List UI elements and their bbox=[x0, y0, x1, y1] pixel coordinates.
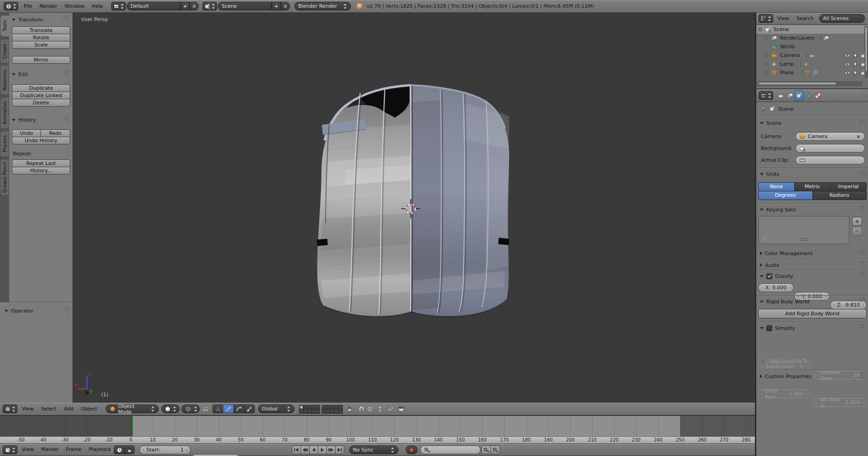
timeline-ruler[interactable]: -50-40-30-20-100102030405060708090100110… bbox=[0, 436, 755, 444]
outliner-row-camera[interactable]: Camera bbox=[756, 51, 868, 60]
keying-sets-listbox[interactable] bbox=[758, 216, 849, 244]
av-sync-select[interactable]: No Sync bbox=[349, 446, 398, 454]
layer-toggle[interactable] bbox=[338, 409, 343, 414]
panel-grip[interactable] bbox=[63, 70, 70, 77]
topbar-menu-item[interactable]: Help bbox=[88, 0, 107, 12]
add-rigid-body-world-button[interactable]: Add Rigid Body World bbox=[758, 309, 867, 318]
outliner-hscrollbar[interactable] bbox=[757, 81, 863, 86]
undo-history-button[interactable]: Undo History bbox=[12, 137, 70, 144]
units-degrees-button[interactable]: Degrees bbox=[758, 191, 813, 200]
tab-render-layers[interactable] bbox=[785, 91, 795, 101]
editor-corner-grip[interactable] bbox=[861, 90, 868, 97]
keying-set-field[interactable] bbox=[420, 446, 480, 454]
play-button[interactable] bbox=[318, 446, 327, 454]
jump-to-end-button[interactable] bbox=[335, 446, 344, 454]
eye-icon[interactable] bbox=[844, 52, 851, 59]
scene-selector[interactable]: Scene bbox=[218, 2, 272, 10]
outliner-item-label[interactable]: RenderLayers bbox=[780, 35, 815, 41]
transform-orientation-select[interactable]: Global bbox=[258, 405, 294, 413]
gravity-checkbox[interactable] bbox=[766, 273, 772, 279]
panel-header-operator[interactable]: Operator bbox=[5, 307, 33, 314]
eye-icon[interactable] bbox=[844, 61, 851, 67]
expand-plus-icon[interactable] bbox=[765, 62, 769, 66]
history-dialog-button[interactable]: History... bbox=[12, 167, 70, 174]
render-opengl-anim-button[interactable] bbox=[396, 405, 407, 413]
outliner-item-label[interactable]: Camera bbox=[780, 52, 800, 58]
tool-tab-grease-pencil[interactable]: Grease Pencil bbox=[0, 159, 9, 195]
lock-frame-toggle[interactable] bbox=[124, 446, 134, 454]
jump-to-start-button[interactable] bbox=[292, 446, 301, 454]
panel-header-history[interactable]: History bbox=[12, 116, 36, 123]
expand-plus-icon[interactable] bbox=[765, 71, 769, 75]
outliner-item-label[interactable]: Lamp bbox=[780, 61, 794, 67]
outliner-item-label[interactable]: World bbox=[780, 44, 795, 50]
manipulator-axis-toggle[interactable] bbox=[212, 405, 223, 413]
list-resize-grip[interactable] bbox=[800, 238, 808, 241]
panel-grip[interactable] bbox=[859, 118, 866, 125]
expand-plus-icon[interactable] bbox=[765, 53, 769, 57]
manipulator-translate-toggle[interactable] bbox=[223, 405, 234, 413]
add-keying-set-button[interactable] bbox=[852, 217, 862, 226]
snap-toggle[interactable] bbox=[356, 405, 367, 413]
viewport-3d[interactable]: x z y User Persp (1) bbox=[73, 13, 755, 403]
units-none-button[interactable]: None bbox=[758, 182, 795, 191]
next-keyframe-button[interactable] bbox=[326, 446, 336, 454]
manipulator-rotate-toggle[interactable] bbox=[233, 405, 244, 413]
pivot-point-select[interactable] bbox=[181, 405, 200, 413]
viewport-menu-item[interactable]: Object bbox=[77, 403, 101, 415]
viewport-menu-item[interactable]: Add bbox=[60, 403, 77, 415]
panel-grip[interactable] bbox=[859, 297, 866, 304]
panel-grip[interactable] bbox=[859, 323, 866, 330]
panel-grip[interactable] bbox=[859, 261, 866, 267]
outliner-row-world[interactable]: World bbox=[756, 42, 868, 51]
play-reverse-button[interactable] bbox=[309, 446, 318, 454]
panel-header-gravity[interactable]: Gravity bbox=[760, 272, 793, 280]
viewport-menu-item[interactable]: Select bbox=[37, 403, 60, 415]
panel-grip[interactable] bbox=[859, 372, 866, 379]
snap-element-select[interactable] bbox=[367, 405, 382, 413]
editor-corner-grip[interactable] bbox=[861, 13, 868, 20]
viewport-shading-select[interactable] bbox=[161, 405, 180, 413]
editor-type-button-outliner[interactable] bbox=[759, 14, 773, 23]
tool-tab-relations[interactable]: Relations bbox=[0, 65, 9, 95]
panel-grip[interactable] bbox=[859, 205, 866, 212]
layer-toggle[interactable] bbox=[315, 409, 320, 414]
simplify-child-particles-field[interactable]: Child Part:1.000 bbox=[758, 389, 810, 398]
tab-scene[interactable] bbox=[795, 91, 804, 101]
remove-keying-set-button[interactable] bbox=[852, 226, 862, 236]
outliner-display-filter[interactable]: All Scenes bbox=[819, 14, 865, 23]
pivot-align-toggle[interactable] bbox=[201, 405, 211, 413]
timeline-menu-item[interactable]: Marker bbox=[37, 444, 62, 456]
simplify-shadow-samples-field[interactable]: Shadow Sam:16 bbox=[814, 371, 867, 379]
prev-keyframe-button[interactable] bbox=[300, 446, 310, 454]
outliner-row-renderlayers[interactable]: RenderLayers bbox=[756, 34, 868, 42]
auto-keyframe-toggle[interactable] bbox=[406, 446, 418, 454]
panel-header-transform[interactable]: Transform bbox=[12, 16, 43, 23]
units-radians-button[interactable]: Radians bbox=[813, 191, 867, 200]
scene-icon-button[interactable] bbox=[202, 2, 217, 10]
skip-quad-checkbox[interactable] bbox=[760, 358, 766, 364]
mirror-button[interactable]: Mirror bbox=[12, 56, 70, 64]
editor-type-button-timeline[interactable] bbox=[3, 446, 17, 454]
outliner-row-plane[interactable]: Plane bbox=[756, 68, 868, 77]
close-layout-button[interactable] bbox=[190, 2, 199, 10]
tab-world[interactable] bbox=[804, 91, 813, 101]
viewport-menu-item[interactable]: View bbox=[18, 403, 37, 415]
panel-header-edit[interactable]: Edit bbox=[12, 71, 28, 78]
expand-plus-icon[interactable] bbox=[765, 36, 769, 40]
cursor-select-icon[interactable] bbox=[852, 70, 859, 76]
outliner-menu-item[interactable]: Search bbox=[793, 13, 817, 25]
simplify-checkbox[interactable] bbox=[766, 325, 772, 331]
screen-layout-selector[interactable]: Default bbox=[127, 2, 181, 10]
timeline-menu-item[interactable]: Playback bbox=[85, 444, 114, 456]
mode-select[interactable]: Object Mode bbox=[106, 405, 159, 413]
translate-button[interactable]: Translate bbox=[12, 26, 70, 34]
current-frame-line[interactable] bbox=[133, 416, 134, 436]
panel-grip[interactable] bbox=[859, 272, 866, 278]
panel-header-units[interactable]: Units bbox=[760, 170, 779, 178]
panel-grip[interactable] bbox=[859, 249, 866, 256]
outliner-row-scene[interactable]: Scene bbox=[756, 25, 868, 34]
topbar-menu-item[interactable]: Window bbox=[61, 0, 88, 12]
screen-layout-icon-button[interactable] bbox=[111, 2, 126, 10]
tab-render[interactable] bbox=[776, 91, 785, 101]
